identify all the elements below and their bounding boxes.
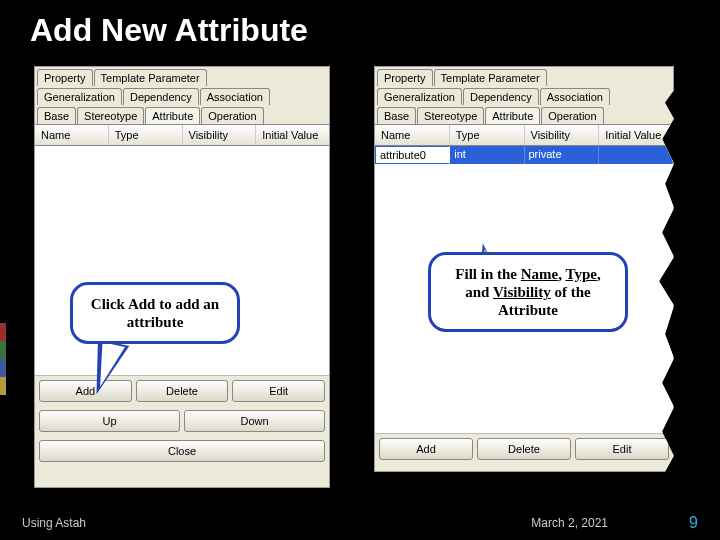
down-button[interactable]: Down [184,410,325,432]
button-row-1: Add Delete Edit [375,434,673,464]
tab-dependency[interactable]: Dependency [123,88,199,105]
tab-property[interactable]: Property [377,69,433,86]
tab-row-3: Base Stereotype Attribute Operation [375,105,673,124]
table-row[interactable]: attribute0 int private [375,146,673,164]
edit-button[interactable]: Edit [575,438,669,460]
tab-operation[interactable]: Operation [201,107,263,124]
col-name[interactable]: Name [35,125,109,145]
tab-attribute[interactable]: Attribute [145,107,200,124]
button-row-1: Add Delete Edit [35,376,329,406]
tab-association[interactable]: Association [200,88,270,105]
cell-visibility[interactable]: private [525,146,599,164]
tab-stereotype[interactable]: Stereotype [77,107,144,124]
tab-row-3: Base Stereotype Attribute Operation [35,105,329,124]
col-type[interactable]: Type [109,125,183,145]
tab-row-1: Property Template Parameter [35,67,329,86]
tab-row-2: Generalization Dependency Association [375,86,673,105]
edit-button[interactable]: Edit [232,380,325,402]
add-button[interactable]: Add [379,438,473,460]
up-button[interactable]: Up [39,410,180,432]
tab-base[interactable]: Base [37,107,76,124]
accent-stripe [0,323,6,341]
tab-template-parameter[interactable]: Template Parameter [94,69,207,86]
callout-text: Fill in the [455,266,520,282]
tab-association[interactable]: Association [540,88,610,105]
accent-stripe [0,377,6,395]
col-initial-value[interactable]: Initial Value [256,125,329,145]
tab-row-1: Property Template Parameter [375,67,673,86]
callout-underline-name: Name [521,266,559,282]
cell-initial[interactable] [599,146,673,164]
callout-fill-in: Fill in the Name, Type, and Visibility o… [428,252,628,332]
tab-row-2: Generalization Dependency Association [35,86,329,105]
col-initial-value[interactable]: Initial Value [599,125,673,145]
tab-generalization[interactable]: Generalization [377,88,462,105]
button-row-3: Close [35,436,329,466]
tab-stereotype[interactable]: Stereotype [417,107,484,124]
attribute-panel-left: Property Template Parameter Generalizati… [34,66,330,488]
footer-page-number: 9 [658,514,698,532]
footer-left: Using Astah [22,516,315,530]
col-name[interactable]: Name [375,125,450,145]
footer-date: March 2, 2021 [315,516,658,530]
cell-name-editing[interactable]: attribute0 [375,146,450,164]
callout-underline-visibility: Visibility [493,284,551,300]
col-visibility[interactable]: Visibility [525,125,600,145]
column-headers: Name Type Visibility Initial Value [35,124,329,146]
tab-base[interactable]: Base [377,107,416,124]
cell-type[interactable]: int [450,146,524,164]
slide-footer: Using Astah March 2, 2021 9 [0,514,720,532]
callout-click-add: Click Add to add an attribute [70,282,240,344]
delete-button[interactable]: Delete [477,438,571,460]
tab-property[interactable]: Property [37,69,93,86]
col-type[interactable]: Type [450,125,525,145]
accent-stripe [0,359,6,377]
tab-generalization[interactable]: Generalization [37,88,122,105]
tab-operation[interactable]: Operation [541,107,603,124]
button-row-2: Up Down [35,406,329,436]
tab-dependency[interactable]: Dependency [463,88,539,105]
callout-underline-type: Type [566,266,597,282]
close-button[interactable]: Close [39,440,325,462]
tab-attribute[interactable]: Attribute [485,107,540,124]
accent-stripe [0,341,6,359]
callout-text: , [558,266,565,282]
slide-title: Add New Attribute [30,12,308,49]
col-visibility[interactable]: Visibility [183,125,257,145]
tab-template-parameter[interactable]: Template Parameter [434,69,547,86]
column-headers: Name Type Visibility Initial Value [375,124,673,146]
delete-button[interactable]: Delete [136,380,229,402]
